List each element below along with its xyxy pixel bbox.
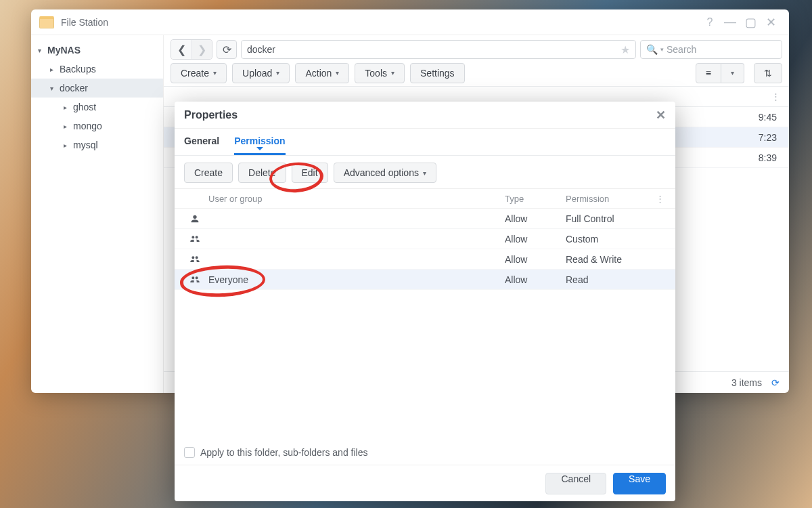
upload-button[interactable]: Upload▾ [232, 63, 290, 83]
sidebar-item-label: Backups [60, 64, 96, 75]
group-icon [184, 234, 206, 245]
sidebar-item-docker[interactable]: ▾docker [31, 79, 163, 98]
settings-button[interactable]: Settings [410, 63, 465, 83]
permission-type: Allow [505, 213, 566, 224]
nav-forward-button[interactable]: ❯ [191, 40, 212, 59]
maximize-icon[interactable]: ▢ [740, 15, 761, 30]
apply-recursive-checkbox[interactable] [184, 447, 195, 458]
minimize-icon[interactable]: — [720, 15, 740, 29]
permission-toolbar: Create Delete Edit Advanced options ▾ [175, 156, 675, 188]
permission-row[interactable]: AllowRead & Write [175, 249, 675, 270]
tab-permission[interactable]: Permission [234, 135, 285, 155]
perm-advanced-button[interactable]: Advanced options ▾ [334, 163, 436, 183]
search-dropdown-icon[interactable]: ▾ [660, 46, 664, 53]
cancel-button[interactable]: Cancel [545, 473, 606, 494]
col-permission: Permission [566, 194, 654, 204]
search-placeholder: Search [667, 44, 696, 55]
titlebar[interactable]: File Station ? — ▢ ✕ [31, 9, 789, 35]
sidebar: ▾ MyNAS ▸Backups▾docker▸ghost▸mongo▸mysq… [31, 35, 164, 393]
permission-table-header: User or group Type Permission ⋮ [175, 188, 675, 209]
columns-menu-icon[interactable]: ⋮ [769, 91, 782, 102]
permission-user: Everyone [206, 274, 505, 285]
path-text: docker [247, 44, 275, 55]
tab-general[interactable]: General [184, 135, 219, 155]
dialog-footer: Cancel Save [175, 465, 675, 501]
tools-button[interactable]: Tools▾ [355, 63, 405, 83]
dialog-titlebar[interactable]: Properties ✕ [175, 102, 675, 129]
item-count: 3 items [731, 377, 762, 388]
permission-type: Allow [505, 254, 566, 265]
path-input[interactable]: docker ★ [241, 40, 636, 59]
col-user: User or group [206, 194, 505, 204]
view-mode: ≡ ▾ [696, 63, 744, 83]
perm-create-button[interactable]: Create [184, 163, 233, 183]
nav-history: ❮ ❯ [171, 39, 212, 60]
action-button[interactable]: Action▾ [295, 63, 349, 83]
permission-table: AllowFull ControlAllowCustomAllowRead & … [175, 209, 675, 440]
nav-toolbar: ❮ ❯ ⟳ docker ★ 🔍 ▾ Search [164, 35, 789, 60]
reload-button[interactable]: ⟳ [217, 40, 237, 59]
col-type: Type [505, 194, 566, 204]
permission-level: Full Control [566, 213, 654, 224]
status-reload-icon[interactable]: ⟳ [771, 377, 780, 388]
sidebar-item-label: docker [60, 83, 88, 93]
sidebar-item-label: mysql [73, 140, 98, 150]
permission-level: Custom [566, 234, 654, 245]
sidebar-root[interactable]: ▾ MyNAS [31, 41, 163, 60]
app-title: File Station [61, 17, 108, 28]
permission-level: Read & Write [566, 254, 654, 265]
chevron-right-icon: ▸ [50, 66, 57, 73]
permission-type: Allow [505, 234, 566, 245]
chevron-right-icon: ▸ [64, 123, 70, 130]
search-icon: 🔍 [646, 44, 658, 55]
search-input[interactable]: 🔍 ▾ Search [640, 40, 782, 59]
view-dropdown-button[interactable]: ▾ [721, 63, 744, 83]
sidebar-item-mysql[interactable]: ▸mysql [31, 135, 163, 154]
chevron-right-icon: ▸ [64, 142, 70, 149]
action-toolbar: Create▾ Upload▾ Action▾ Tools▾ Settings … [164, 60, 789, 87]
chevron-down-icon: ▾ [38, 47, 45, 54]
perm-delete-button[interactable]: Delete [238, 163, 286, 183]
sort-button[interactable]: ⇅ [754, 63, 782, 83]
sidebar-item-mongo[interactable]: ▸mongo [31, 117, 163, 135]
group-icon [184, 254, 206, 265]
person-icon [184, 213, 206, 224]
group-icon [184, 274, 206, 285]
sidebar-item-Backups[interactable]: ▸Backups [31, 60, 163, 79]
sidebar-item-ghost[interactable]: ▸ghost [31, 98, 163, 117]
dialog-close-icon[interactable]: ✕ [656, 108, 666, 123]
nav-back-button[interactable]: ❮ [171, 40, 191, 59]
star-icon[interactable]: ★ [621, 43, 630, 56]
list-view-button[interactable]: ≡ [696, 63, 721, 83]
dialog-tabs: General Permission [175, 129, 675, 156]
chevron-down-icon: ▾ [50, 85, 57, 92]
save-button[interactable]: Save [613, 473, 666, 494]
help-icon[interactable]: ? [700, 16, 720, 28]
sidebar-item-label: mongo [73, 121, 102, 131]
chevron-right-icon: ▸ [64, 104, 70, 111]
dialog-title: Properties [184, 109, 238, 121]
properties-dialog: Properties ✕ General Permission Create D… [175, 102, 675, 501]
permission-type: Allow [505, 274, 566, 285]
sidebar-item-label: ghost [73, 102, 96, 112]
permission-row[interactable]: AllowFull Control [175, 209, 675, 229]
apply-recursive-row[interactable]: Apply to this folder, sub-folders and fi… [175, 440, 675, 465]
apply-recursive-label: Apply to this folder, sub-folders and fi… [200, 447, 367, 458]
columns-menu-icon[interactable]: ⋮ [654, 194, 666, 204]
permission-level: Read [566, 274, 654, 285]
create-button[interactable]: Create▾ [171, 63, 227, 83]
permission-row[interactable]: AllowCustom [175, 229, 675, 249]
app-icon [39, 16, 54, 28]
permission-row[interactable]: EveryoneAllowRead [175, 270, 675, 290]
sidebar-root-label: MyNAS [47, 45, 81, 56]
close-icon[interactable]: ✕ [761, 15, 781, 30]
perm-edit-button[interactable]: Edit [292, 163, 328, 183]
